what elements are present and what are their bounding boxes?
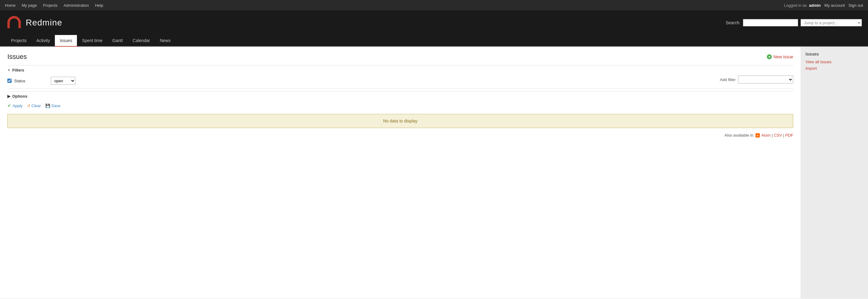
topbar-mypage[interactable]: My page [22,3,37,8]
nav-projects[interactable]: Projects [6,35,32,46]
nav-gantt[interactable]: Gantt [107,35,127,46]
clear-label: Clear [32,104,41,108]
new-issue-plus-icon: + [767,54,772,59]
options-section: ▶ Options [7,91,793,99]
admin-username: admin [809,3,821,8]
redmine-logo-icon [6,15,22,31]
status-filter-label: Status [14,79,51,83]
search-area: Search: Jump to a project... [726,19,862,26]
filters-label: Filters [12,68,24,73]
svg-rect-0 [7,25,10,28]
sign-out-link[interactable]: Sign out [848,3,863,8]
options-toggle[interactable]: ▶ Options [7,94,793,99]
filter-divider [7,88,793,89]
save-button[interactable]: 💾 Save [45,104,61,108]
atom-icon: a [755,133,760,138]
csv-link[interactable]: CSV [774,133,782,138]
separator-2: | [783,133,785,138]
page-title-row: Issues + New issue [7,53,793,61]
separator-1: | [772,133,774,138]
clear-refresh-icon: ↺ [27,104,30,108]
my-account-link[interactable]: My account [825,3,845,8]
logged-in-label: Logged in as admin [784,3,821,8]
action-buttons: ✔ Apply ↺ Clear 💾 Save [7,103,793,108]
project-jump-select[interactable]: Jump to a project... [801,19,862,26]
topbar-user-area: Logged in as admin My account Sign out [784,3,863,8]
topbar-projects[interactable]: Projects [43,3,58,8]
status-checkbox[interactable] [7,79,12,83]
clear-button[interactable]: ↺ Clear [27,104,41,108]
save-disk-icon: 💾 [45,104,50,108]
status-filter-row: Status openclosed* (any) Add filter [7,76,793,86]
main-layout: Issues + New issue ▼ Filters Status open… [0,47,868,298]
new-issue-link[interactable]: + New issue [767,54,793,59]
search-input[interactable] [743,19,798,26]
add-filter-row: Add filter [720,76,793,83]
topbar-administration[interactable]: Administration [64,3,89,8]
also-available-label: Also available in: [724,133,754,138]
add-filter-select[interactable] [738,76,793,83]
status-filter-select[interactable]: openclosed* (any) [51,77,75,85]
sidebar-import[interactable]: Import [805,66,863,71]
options-label: Options [12,94,27,99]
nav-news[interactable]: News [155,35,175,46]
save-label: Save [52,104,61,108]
page-title: Issues [7,53,27,61]
search-label: Search: [726,20,741,25]
filters-toggle[interactable]: ▼ Filters [7,68,793,73]
content-area: Issues + New issue ▼ Filters Status open… [0,47,801,298]
options-arrow-icon: ▶ [7,94,10,99]
filters-section: ▼ Filters Status openclosed* (any) Add f… [7,65,793,89]
apply-label: Apply [12,104,23,108]
topbar-nav: Home My page Projects Administration Hel… [5,3,103,8]
nav-activity[interactable]: Activity [32,35,55,46]
header: Redmine Search: Jump to a project... [0,10,868,35]
topbar-home[interactable]: Home [5,3,16,8]
app-name: Redmine [26,18,62,28]
apply-check-icon: ✔ [7,103,11,108]
no-data-text: No data to display [383,118,417,124]
new-issue-label: New issue [773,54,793,59]
topbar-help[interactable]: Help [95,3,103,8]
topbar: Home My page Projects Administration Hel… [0,0,868,10]
no-data-banner: No data to display [7,114,793,128]
sidebar-title: Issues [805,52,863,56]
nav-spent-time[interactable]: Spent time [77,35,107,46]
add-filter-label: Add filter [720,77,736,82]
also-available: Also available in: a Atom | CSV | PDF [7,133,793,138]
logo-area: Redmine [6,15,62,31]
filters-arrow-icon: ▼ [7,69,10,72]
main-nav: Projects Activity Issues Spent time Gant… [0,35,868,47]
sidebar-view-all-issues[interactable]: View all issues [805,59,863,64]
atom-link[interactable]: Atom [761,133,771,138]
sidebar: Issues View all issues Import [801,47,868,298]
apply-button[interactable]: ✔ Apply [7,103,23,108]
svg-rect-1 [19,25,21,28]
nav-calendar[interactable]: Calendar [128,35,155,46]
nav-issues[interactable]: Issues [55,35,77,47]
pdf-link[interactable]: PDF [785,133,793,138]
